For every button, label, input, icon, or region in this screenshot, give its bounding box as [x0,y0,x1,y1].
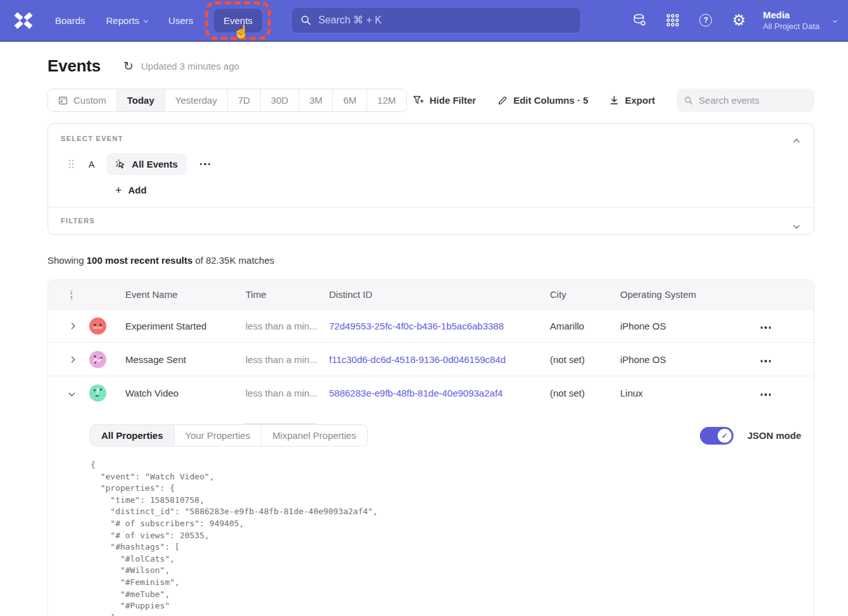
column-header-distinct-id[interactable]: Distinct ID [329,289,550,300]
expand-row-button[interactable] [66,354,77,365]
expand-filters-button[interactable] [790,216,802,233]
cell-os: iPhone OS [620,321,757,331]
top-navbar: Boards Reports Users Events ☝ [0,0,848,42]
tab-mixpanel-properties[interactable]: Mixpanel Properties [261,425,367,446]
event-avatar [89,317,106,335]
date-option-6m[interactable]: 6M [332,89,366,111]
navbar-right: ? ⚙ Media All Project Data [623,6,840,34]
apps-grid-icon[interactable] [656,6,689,34]
date-option-custom[interactable]: Custom [48,89,116,111]
pencil-icon [497,95,508,106]
step-letter: A [89,159,94,169]
collapse-row-button[interactable] [66,388,77,398]
row-actions-button[interactable] [757,385,775,402]
date-option-3m[interactable]: 3M [299,89,333,111]
global-search[interactable] [291,7,581,34]
json-line: "#lolCats", [90,553,814,565]
ellipsis-icon [200,163,210,165]
filters-section[interactable]: FILTERS [48,207,814,234]
search-events-box [677,89,814,112]
nav-item-reports[interactable]: Reports [106,15,148,26]
row-actions-button[interactable] [757,317,775,335]
cell-distinct-id: f11c30d6-dc6d-4518-9136-0d046159c84d [329,354,550,365]
column-header-os[interactable]: Operating System [620,289,757,300]
calendar-icon [58,95,68,105]
summary-suffix: of 82.35K matches [192,255,274,266]
edit-columns-button[interactable]: Edit Columns · 5 [497,95,588,106]
select-event-section: SELECT EVENT A [48,124,814,207]
summary-count: 100 most recent results [87,255,193,266]
add-event-button[interactable]: + Add [115,185,147,195]
column-header-city[interactable]: City [550,289,620,300]
database-gear-icon [632,13,647,28]
cell-event-name: Experiment Started [125,321,246,331]
event-cursor-icon [115,159,126,169]
tab-all-properties[interactable]: All Properties [90,425,174,446]
cell-os: Linux [620,388,757,398]
ellipsis-icon [761,326,771,328]
search-events-input[interactable] [699,95,807,106]
date-option-12m[interactable]: 12M [366,89,406,111]
tab-your-properties[interactable]: Your Properties [174,425,261,446]
page-title: Events [47,56,101,76]
export-button[interactable]: Export [609,95,655,106]
data-management-icon[interactable] [623,6,656,34]
refresh-button[interactable]: ↻ [123,60,134,72]
date-option-today[interactable]: Today [116,89,165,111]
cell-time: less than a min... [246,354,329,365]
global-search-input[interactable] [318,15,571,26]
expand-row-button[interactable] [66,321,77,331]
collapse-all-rows-button[interactable]: ↓ ↑ [70,289,73,300]
cell-city: Amarillo [550,321,620,331]
gear-icon: ⚙ [732,13,746,28]
event-selector-chip[interactable]: All Events [106,153,187,175]
json-view: { "event": "Watch Video", "properties": … [90,459,814,616]
drag-handle[interactable] [68,159,74,169]
distinct-id-link[interactable]: 5886283e-e9fb-48fb-81de-40e9093a2af4 [329,388,502,398]
filters-label: FILTERS [61,217,95,225]
table-row-expanded: Watch Video less than a min... 5886283e-… [48,376,814,409]
cell-distinct-id: 5886283e-e9fb-48fb-81de-40e9093a2af4 [329,388,550,398]
column-header-event-name[interactable]: Event Name [125,289,246,300]
primary-nav: Boards Reports Users Events ☝ [55,9,262,32]
json-line: ], [90,612,814,616]
table-header: ↓ ↑ Event Name Time Distinct ID City Ope… [48,280,814,309]
json-mode-toggle[interactable]: ✓ [700,427,733,445]
nav-item-users[interactable]: Users [168,15,193,26]
project-switcher[interactable]: Media All Project Data [763,9,820,32]
row-actions-button[interactable] [757,351,775,368]
chevron-down-icon [68,390,75,396]
updated-timestamp: Updated 3 minutes ago [141,61,239,71]
cursor-hand-icon: ☝ [233,24,249,39]
date-range-selector: Custom Today Yesterday 7D 30D 3M 6M 12M [47,89,407,112]
distinct-id-link[interactable]: f11c30d6-dc6d-4518-9136-0d046159c84d [329,354,506,365]
date-option-7d[interactable]: 7D [227,89,260,111]
json-line: "#hashtags": [ [90,541,814,553]
mixpanel-logo-icon[interactable] [13,12,34,29]
distinct-id-link[interactable]: 72d49553-25fc-4f0c-b436-1b5ac6ab3388 [329,321,504,331]
settings-button[interactable]: ⚙ [722,6,755,34]
json-line: "# of views": 20535, [90,530,814,542]
title-row: Events ↻ Updated 3 minutes ago [47,56,814,76]
table-tools: Hide Filter Edit Columns · 5 Export [413,89,814,112]
json-line: "# of subscribers": 949405, [90,518,814,530]
event-avatar [89,385,106,402]
help-icon: ? [699,14,712,27]
chevron-right-icon [68,323,75,329]
json-line: "distinct_id": "5886283e-e9fb-48fb-81de-… [90,506,814,518]
events-table: ↓ ↑ Event Name Time Distinct ID City Ope… [47,280,814,616]
date-option-30d[interactable]: 30D [260,89,299,111]
json-line: "#Feminism", [90,577,814,589]
nav-item-boards[interactable]: Boards [55,15,85,26]
collapse-section-button[interactable] [790,133,802,150]
results-summary: Showing 100 most recent results of 82.35… [47,255,814,266]
cell-event-name: Watch Video [125,388,246,398]
project-scope: All Project Data [763,21,820,32]
event-more-button[interactable] [197,161,213,168]
date-option-yesterday[interactable]: Yesterday [165,89,227,111]
help-button[interactable]: ? [689,6,722,34]
hide-filter-button[interactable]: Hide Filter [413,95,476,106]
chevron-down-icon [794,223,800,229]
nav-item-reports-label: Reports [106,15,140,26]
column-header-time[interactable]: Time [246,289,329,300]
